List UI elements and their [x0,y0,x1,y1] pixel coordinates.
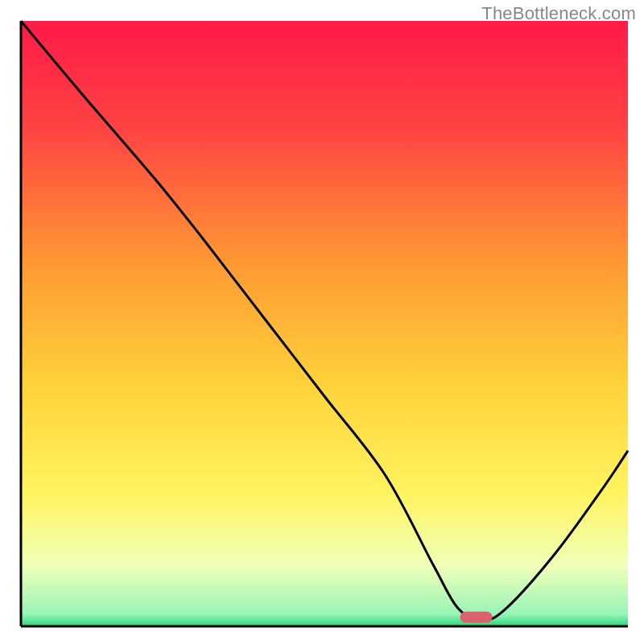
gradient-background [21,21,628,626]
optimal-marker [460,612,493,623]
bottleneck-chart [0,0,644,644]
watermark-text: TheBottleneck.com [481,3,636,24]
chart-frame: TheBottleneck.com [0,0,644,644]
